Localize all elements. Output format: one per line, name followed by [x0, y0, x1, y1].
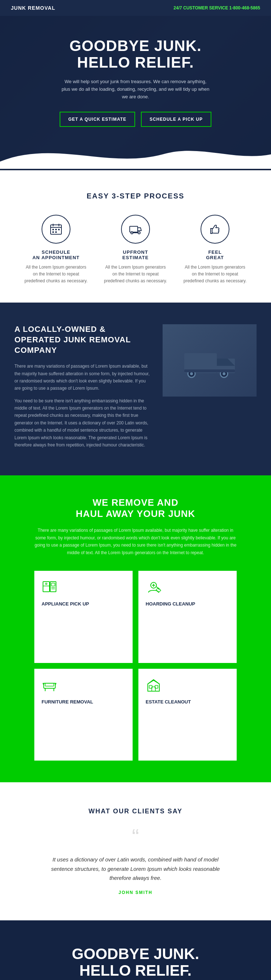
get-estimate-button[interactable]: GET A QUICK ESTIMATE	[60, 112, 135, 127]
site-logo: JUNK REMOVAL	[11, 5, 55, 11]
calendar-icon	[49, 223, 62, 236]
steps-title: EASY 3-STEP PROCESS	[11, 192, 260, 200]
svg-point-11	[138, 232, 140, 234]
header-contact: 24/7 CUSTOMER SERVICE 1-800-468-5865	[173, 5, 260, 11]
appliance-title: Appliance Pick Up	[41, 601, 125, 606]
site-header: JUNK REMOVAL 24/7 CUSTOMER SERVICE 1-800…	[0, 0, 271, 16]
appliance-icon	[41, 579, 125, 597]
local-text: A LOCALLY-OWNED &OPERATED JUNK REMOVAL C…	[14, 324, 152, 454]
estate-desc: All the Lorem Ipsum generators on the In…	[146, 708, 230, 738]
step-item-1: SCHEDULEAN APPOINTMENT All the Lorem Ips…	[24, 215, 89, 285]
svg-rect-31	[45, 683, 54, 686]
estate-icon	[146, 678, 230, 695]
step-2-title: UPFRONTESTIMATE	[103, 250, 168, 260]
estate-title: Estate Cleanout	[146, 699, 230, 705]
customer-service-label: 24/7 CUSTOMER SERVICE	[173, 5, 228, 11]
hero-buttons: GET A QUICK ESTIMATE SCHEDULE A PICK UP	[11, 112, 260, 127]
hero-wave	[0, 140, 271, 170]
step-2-desc: All the Lorem Ipsum generators on the In…	[103, 264, 168, 285]
step-3-desc: All the Lorem Ipsum generators on the In…	[182, 264, 247, 285]
svg-rect-19	[184, 369, 235, 372]
svg-point-10	[131, 232, 133, 234]
step-1-desc: All the Lorem Ipsum generators on the In…	[24, 264, 89, 285]
step-item-3: FEELGREAT All the Lorem Ipsum generators…	[182, 215, 247, 285]
local-title: A LOCALLY-OWNED &OPERATED JUNK REMOVAL C…	[14, 324, 152, 355]
green-title: WE REMOVE ANDHAUL AWAY YOUR JUNK	[14, 497, 257, 519]
svg-rect-9	[130, 226, 138, 232]
service-card-hoarding: Hoarding Cleanup All the Lorem Ipsum gen…	[138, 571, 237, 663]
green-description: There are many variations of passages of…	[34, 527, 237, 556]
footer-hero-content: GOODBYE JUNK. HELLO RELIEF. We will help…	[11, 946, 260, 980]
schedule-pickup-button[interactable]: SCHEDULE A PICK UP	[141, 112, 211, 127]
step-1-icon-wrap	[41, 215, 70, 243]
furniture-icon	[41, 678, 125, 695]
quote-icon: “	[14, 826, 257, 848]
testimonial-author: JOHN SMITH	[14, 890, 257, 895]
furniture-title: Furniture Removal	[41, 699, 125, 705]
phone-number: 1-800-468-5865	[230, 5, 260, 11]
furniture-desc: All the Lorem Ipsum generators on the In…	[41, 708, 125, 738]
svg-rect-30	[44, 683, 55, 688]
svg-point-18	[223, 372, 225, 375]
svg-rect-5	[55, 229, 57, 230]
svg-point-23	[46, 583, 47, 584]
step-item-2: UPFRONTESTIMATE All the Lorem Ipsum gene…	[103, 215, 168, 285]
step-2-icon-wrap	[121, 215, 150, 243]
step-3-icon-wrap	[201, 215, 230, 243]
testimonial-title: WHAT OUR CLIENTS SAY	[14, 808, 257, 815]
truck-illustration	[181, 342, 238, 379]
footer-hero-headline: GOODBYE JUNK. HELLO RELIEF.	[11, 946, 260, 979]
truck-icon	[129, 223, 142, 236]
svg-rect-7	[52, 231, 54, 233]
appliance-desc: All the Lorem Ipsum generators on the In…	[41, 610, 125, 640]
step-3-title: FEELGREAT	[182, 250, 247, 260]
hoarding-desc: All the Lorem Ipsum generators on the In…	[146, 610, 230, 640]
steps-grid: SCHEDULEAN APPOINTMENT All the Lorem Ips…	[11, 215, 260, 285]
service-card-appliance: Appliance Pick Up All the Lorem Ipsum ge…	[34, 571, 133, 663]
testimonial-text: It uses a dictionary of over Latin words…	[49, 855, 222, 883]
steps-section: EASY 3-STEP PROCESS SCHEDULEAN APPOINTME…	[0, 170, 271, 303]
hero-description: We will help sort your junk from treasur…	[60, 78, 211, 100]
footer-hero-section: GOODBYE JUNK. HELLO RELIEF. We will help…	[0, 920, 271, 980]
hero-content: GOODBYE JUNK. HELLO RELIEF. We will help…	[11, 38, 260, 127]
green-section: WE REMOVE ANDHAUL AWAY YOUR JUNK There a…	[0, 476, 271, 782]
local-paragraph-2: You need to be sure there isn't anything…	[14, 397, 152, 449]
thumbsup-icon	[209, 223, 222, 236]
truck-image	[163, 324, 257, 396]
service-card-estate: Estate Cleanout All the Lorem Ipsum gene…	[138, 669, 237, 761]
step-1-title: SCHEDULEAN APPOINTMENT	[24, 250, 89, 260]
local-section: A LOCALLY-OWNED &OPERATED JUNK REMOVAL C…	[0, 302, 271, 476]
hero-headline: GOODBYE JUNK. HELLO RELIEF.	[11, 38, 260, 71]
svg-rect-24	[51, 583, 55, 586]
testimonial-section: WHAT OUR CLIENTS SAY “ It uses a diction…	[0, 782, 271, 920]
hoarding-icon	[146, 579, 230, 597]
local-paragraph-1: There are many variations of passages of…	[14, 363, 152, 392]
svg-point-16	[190, 372, 193, 375]
service-card-furniture: Furniture Removal All the Lorem Ipsum ge…	[34, 669, 133, 761]
hoarding-title: Hoarding Cleanup	[146, 601, 230, 606]
svg-rect-4	[52, 229, 54, 230]
svg-rect-6	[58, 229, 60, 230]
svg-rect-8	[55, 231, 57, 233]
hero-section: GOODBYE JUNK. HELLO RELIEF. We will help…	[0, 16, 271, 170]
services-grid: Appliance Pick Up All the Lorem Ipsum ge…	[34, 571, 237, 760]
